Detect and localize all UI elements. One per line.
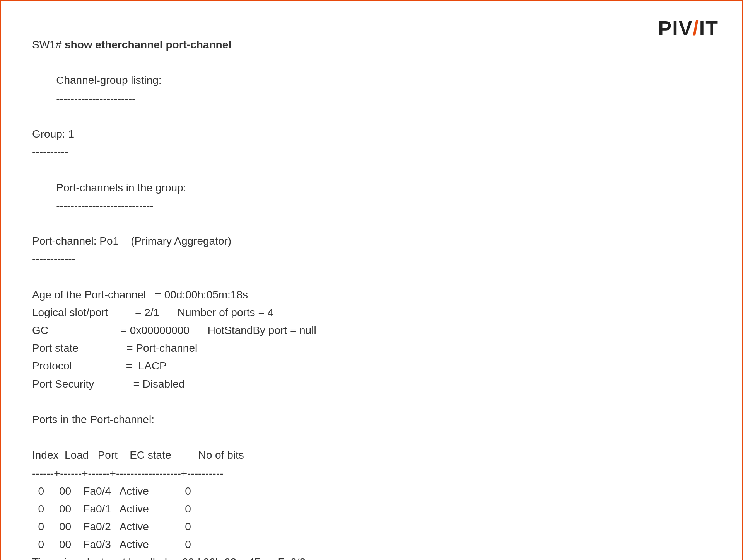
page-container: PIV/IT SW1# show etherchannel port-chann… (0, 0, 743, 560)
terminal-block: SW1# show etherchannel port-channel (32, 36, 711, 71)
prompt-line: SW1# show etherchannel port-channel (32, 39, 231, 51)
terminal-lines-pre: Channel-group listing: -----------------… (32, 71, 711, 560)
logo-it: IT (699, 17, 719, 39)
command: show etherchannel port-channel (65, 39, 231, 51)
logo: PIV/IT (658, 17, 719, 40)
terminal-content: SW1# show etherchannel port-channel Chan… (32, 36, 711, 560)
prompt: SW1# (32, 39, 65, 51)
terminal-output: Channel-group listing: -----------------… (32, 71, 711, 560)
logo-piv: PIV (658, 17, 693, 39)
logo-slash: / (693, 17, 699, 39)
